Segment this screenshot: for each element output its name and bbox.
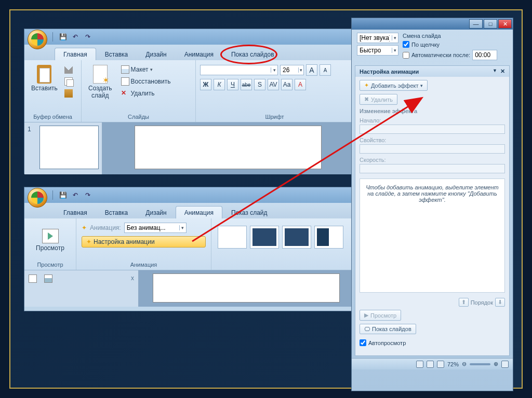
redo-icon[interactable]: ↷ <box>83 190 92 200</box>
star-icon: ✦ <box>82 224 87 231</box>
preview-icon <box>42 229 59 243</box>
font-size-combo[interactable]: ▾ <box>280 65 304 75</box>
close-pane-icon[interactable]: ✕ <box>500 68 505 75</box>
outline-tab-icon[interactable] <box>29 275 37 283</box>
speed-select[interactable] <box>360 164 505 173</box>
transition-split[interactable] <box>314 226 343 249</box>
font-family-input[interactable] <box>201 66 271 74</box>
transition-fade[interactable] <box>250 226 279 249</box>
animation-combo[interactable]: ▾ <box>124 223 187 233</box>
on-click-checkbox[interactable]: По щелчку <box>403 41 508 48</box>
delete-slide-button[interactable]: ✕Удалить <box>119 88 173 99</box>
grow-font-button[interactable]: A <box>306 64 317 76</box>
view-sorter-icon[interactable] <box>427 361 434 368</box>
quick-access-toolbar: 💾 ↶ ↷ <box>24 29 354 45</box>
bold-button[interactable]: Ж <box>200 79 211 90</box>
chevron-down-icon[interactable]: ▾ <box>392 48 398 53</box>
zoom-slider[interactable] <box>470 363 490 365</box>
gear-star-icon: ✦ <box>86 238 91 245</box>
preview-button[interactable]: Просмотр <box>28 221 73 260</box>
font-family-combo[interactable]: ▾ <box>200 65 278 75</box>
sound-combo[interactable]: ▾ <box>357 33 398 43</box>
office-button-b[interactable] <box>28 188 47 208</box>
maximize-button[interactable]: □ <box>484 19 497 29</box>
zoom-in-icon[interactable]: ⊕ <box>494 361 498 367</box>
tab-animation[interactable]: Анимация <box>176 48 222 60</box>
autopreview-checkbox[interactable]: Автопросмотр <box>360 339 505 346</box>
paste-icon <box>37 65 51 84</box>
remove-effect-button[interactable]: ✖ Удалить <box>360 94 397 105</box>
cut-button[interactable] <box>62 64 75 75</box>
underline-button[interactable]: Ч <box>227 79 238 90</box>
move-down-button[interactable]: ⬇ <box>495 298 505 307</box>
move-up-button[interactable]: ⬆ <box>459 298 469 307</box>
chevron-down-icon[interactable]: ▾ <box>179 225 186 230</box>
chevron-down-icon[interactable]: ▾ <box>392 35 398 40</box>
slide-canvas-area-b <box>139 270 354 307</box>
zoom-value: 72% <box>447 361 459 367</box>
auto-time-input[interactable] <box>472 50 497 60</box>
view-show-icon[interactable] <box>437 361 444 368</box>
minimize-button[interactable]: — <box>469 19 483 29</box>
chevron-down-icon[interactable]: ▾ <box>271 67 277 73</box>
start-select[interactable] <box>360 125 505 134</box>
format-painter-button[interactable] <box>62 88 75 99</box>
tab-insert-b[interactable]: Вставка <box>96 206 137 218</box>
layout-button[interactable]: Макет▾ <box>119 64 173 75</box>
zoom-out-icon[interactable]: ⊖ <box>462 361 467 367</box>
new-slide-icon <box>93 65 108 84</box>
presentation-frame: 💾 ↶ ↷ Главная Вставка Дизайн Анимация По… <box>9 9 523 389</box>
tab-insert[interactable]: Вставка <box>96 48 137 60</box>
tab-slideshow-b[interactable]: Показ слайд <box>222 206 276 218</box>
tab-design-b[interactable]: Дизайн <box>137 206 175 218</box>
auto-after-checkbox[interactable]: Автоматически после: <box>403 50 508 60</box>
tab-design[interactable]: Дизайн <box>137 48 175 60</box>
undo-icon[interactable]: ↶ <box>71 32 80 42</box>
play-icon: ▶ <box>364 312 368 319</box>
play-button[interactable]: ▶ Просмотр <box>360 310 401 321</box>
speed-combo[interactable]: ▾ <box>357 45 398 56</box>
reset-button[interactable]: Восстановить <box>119 76 173 87</box>
slides-tab-icon[interactable] <box>44 275 52 283</box>
spacing-button[interactable]: AV <box>268 79 279 90</box>
slide-canvas-b[interactable] <box>153 273 340 303</box>
strike-button[interactable]: abe <box>241 79 252 90</box>
view-normal-icon[interactable] <box>416 361 423 368</box>
undo-icon[interactable]: ↶ <box>71 190 80 200</box>
new-slide-button[interactable]: Создать слайд <box>85 62 116 110</box>
status-bar: 72% ⊖ ⊕ <box>352 358 513 369</box>
slide-canvas[interactable] <box>135 126 322 169</box>
tab-slideshow[interactable]: Показ слайдов <box>222 48 283 60</box>
slide-thumbnail[interactable] <box>39 126 99 169</box>
transition-fade2[interactable] <box>282 226 311 249</box>
save-icon[interactable]: 💾 <box>58 190 68 200</box>
fit-icon[interactable] <box>501 361 509 368</box>
tab-animation-b[interactable]: Анимация <box>176 206 222 218</box>
italic-button[interactable]: К <box>214 79 225 90</box>
save-icon[interactable]: 💾 <box>58 32 68 42</box>
chevron-down-icon[interactable]: ▾ <box>298 67 303 73</box>
change-case-button[interactable]: Aa <box>281 79 292 90</box>
shrink-font-button[interactable]: A <box>320 64 331 76</box>
close-panel-icon[interactable]: x <box>131 275 134 303</box>
chevron-down-icon[interactable]: ▼ <box>493 68 497 75</box>
tab-home-b[interactable]: Главная <box>55 206 96 218</box>
shadow-button[interactable]: S <box>254 79 265 90</box>
office-button[interactable] <box>28 30 47 49</box>
redo-icon[interactable]: ↷ <box>83 32 92 42</box>
font-size-input[interactable] <box>281 66 298 74</box>
transition-none[interactable] <box>218 226 247 249</box>
custom-animation-button[interactable]: ✦ Настройка анимации <box>82 236 206 248</box>
copy-button[interactable] <box>62 76 75 87</box>
add-effect-button[interactable]: ✦ Добавить эффект ▾ <box>360 80 428 91</box>
animation-value[interactable] <box>125 224 179 231</box>
property-select[interactable] <box>360 144 505 154</box>
font-color-button[interactable]: A <box>295 79 306 90</box>
paste-button[interactable]: Вставить <box>28 62 61 110</box>
slide-panel-b: x <box>24 270 139 307</box>
start-field: Начало: <box>360 117 505 134</box>
close-button[interactable]: ✕ <box>498 19 512 29</box>
tab-home[interactable]: Главная <box>55 48 96 60</box>
slideshow-button[interactable]: 🖵 Показ слайдов <box>360 324 416 334</box>
slide-panel: 1 <box>24 122 102 174</box>
